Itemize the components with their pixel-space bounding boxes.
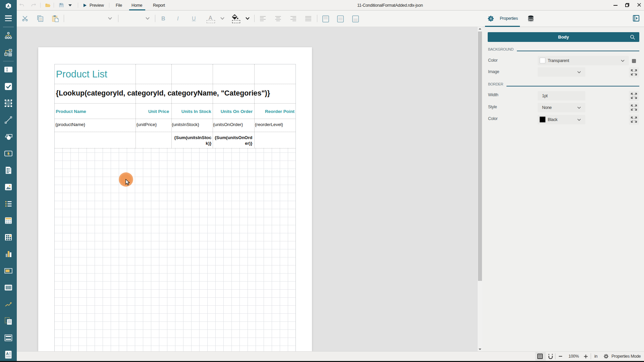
svg-text:A: A (6, 352, 9, 356)
